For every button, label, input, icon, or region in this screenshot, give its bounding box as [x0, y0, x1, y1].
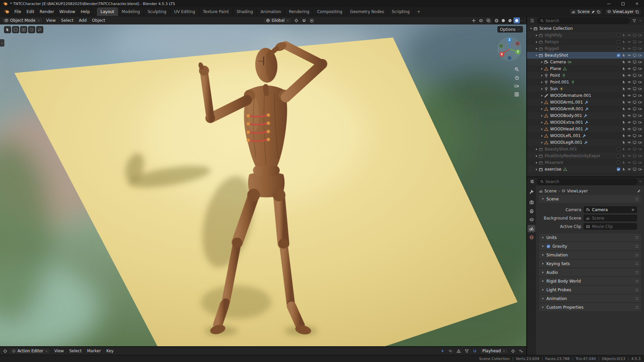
outliner-row[interactable]: WOODArmature.001 [527, 92, 644, 99]
viewport-disable-toggle-icon[interactable] [633, 33, 637, 37]
orientation-selector[interactable]: Global [263, 17, 292, 24]
viewport-menu-add[interactable]: Add [76, 17, 89, 24]
viewport-disable-toggle-icon[interactable] [633, 107, 637, 111]
viewport-disable-toggle-icon[interactable] [633, 60, 637, 64]
pivot-icon[interactable] [510, 348, 516, 354]
drag-handle-icon[interactable] [635, 262, 639, 265]
render-disable-toggle-icon[interactable] [638, 80, 642, 84]
only-selected-toggle[interactable] [440, 348, 446, 354]
dopesheet-menu-view[interactable]: View [52, 347, 66, 355]
menu-edit[interactable]: Edit [24, 8, 37, 15]
shading-rendered-button[interactable] [514, 17, 520, 23]
properties-tab-world[interactable] [528, 234, 535, 241]
render-disable-toggle-icon[interactable] [638, 40, 642, 44]
expand-toggle-icon[interactable] [534, 148, 538, 151]
selectable-toggle-icon[interactable] [622, 120, 626, 124]
scene-selector[interactable]: Scene [569, 9, 603, 15]
snap-toggle[interactable] [472, 348, 478, 354]
expand-toggle-icon[interactable] [540, 114, 544, 117]
hide-toggle-icon[interactable] [627, 120, 631, 124]
outliner-row[interactable]: WOODArmL.001 [527, 99, 644, 106]
snap-toggle[interactable] [301, 18, 307, 23]
expand-toggle-icon[interactable] [540, 141, 544, 144]
selectable-toggle-icon[interactable] [622, 161, 626, 165]
render-disable-toggle-icon[interactable] [638, 161, 642, 165]
breadcrumb-scene[interactable]: Scene [539, 189, 557, 193]
outliner-row[interactable]: FinalOnlyMeshesUnityExpor [527, 153, 644, 159]
render-disable-toggle-icon[interactable] [638, 47, 642, 51]
new-viewlayer-icon[interactable] [635, 10, 639, 14]
viewport-disable-toggle-icon[interactable] [633, 100, 637, 104]
chevron-down-icon[interactable] [520, 19, 523, 22]
selectable-toggle-icon[interactable] [622, 73, 626, 77]
viewlayer-checkbox[interactable] [616, 147, 621, 151]
tool-select-lasso-button[interactable] [36, 26, 43, 33]
dopesheet-mode-selector[interactable]: Action Editor [9, 348, 51, 354]
show-gizmo-button[interactable] [471, 18, 477, 23]
hide-toggle-icon[interactable] [627, 87, 631, 91]
render-disable-toggle-icon[interactable] [638, 100, 642, 104]
viewport-disable-toggle-icon[interactable] [633, 67, 637, 71]
pin-icon[interactable] [637, 189, 641, 193]
workspace-tab-rendering[interactable]: Rendering [285, 7, 313, 16]
panel-animation[interactable]: Animation [539, 295, 641, 302]
expand-toggle-icon[interactable] [540, 128, 544, 131]
breadcrumb-viewlayer[interactable]: ViewLayer [561, 189, 588, 193]
properties-tab-viewlayer[interactable] [528, 216, 535, 224]
drag-handle-icon[interactable] [635, 297, 639, 300]
expand-toggle-icon[interactable] [540, 61, 544, 64]
viewport-disable-toggle-icon[interactable] [633, 154, 637, 158]
dopesheet-menu-select[interactable]: Select [66, 347, 84, 355]
ghost-frames-icon[interactable] [447, 348, 454, 354]
properties-tab-output[interactable] [528, 207, 535, 215]
menu-window[interactable]: Window [57, 8, 78, 15]
render-disable-toggle-icon[interactable] [638, 87, 642, 91]
menu-help[interactable]: Help [78, 8, 92, 15]
dopesheet-menu-marker[interactable]: Marker [84, 347, 103, 355]
workspace-tab-compositing[interactable]: Compositing [313, 7, 346, 16]
hide-toggle-icon[interactable] [627, 73, 631, 77]
viewport-disable-toggle-icon[interactable] [633, 87, 637, 91]
viewlayer-selector[interactable]: ViewLayer [605, 9, 641, 15]
selectable-toggle-icon[interactable] [622, 80, 626, 84]
viewport-options-button[interactable]: Options [497, 26, 523, 33]
outliner-row[interactable]: Camera [527, 59, 644, 65]
outliner-row[interactable]: HighPoly [527, 32, 644, 39]
render-disable-toggle-icon[interactable] [638, 120, 642, 124]
outliner-row[interactable]: Scene Collection [527, 25, 644, 32]
hide-toggle-icon[interactable] [627, 127, 631, 131]
viewport-disable-toggle-icon[interactable] [633, 167, 637, 171]
editor-type-dopesheet-button[interactable] [2, 348, 8, 354]
hide-toggle-icon[interactable] [627, 161, 631, 165]
workspace-tab-texture-paint[interactable]: Texture Paint [199, 7, 233, 16]
expand-toggle-icon[interactable] [534, 155, 538, 158]
hide-toggle-icon[interactable] [627, 140, 631, 144]
outliner-search-input[interactable] [545, 18, 627, 23]
drag-handle-icon[interactable] [635, 306, 639, 309]
workspace-tab-sculpting[interactable]: Sculpting [144, 7, 170, 16]
navigation-gizmo[interactable]: Z X Y [497, 36, 522, 62]
hide-toggle-icon[interactable] [627, 33, 631, 37]
hide-toggle-icon[interactable] [627, 80, 631, 84]
viewport-disable-toggle-icon[interactable] [633, 127, 637, 131]
selectable-toggle-icon[interactable] [622, 134, 626, 138]
panel-light-probes[interactable]: Light Probes [539, 286, 641, 294]
menu-render[interactable]: Render [37, 8, 57, 15]
properties-tab-tool[interactable] [528, 188, 535, 195]
outliner-row[interactable]: MixamoV [527, 159, 644, 166]
render-disable-toggle-icon[interactable] [638, 53, 642, 57]
viewlayer-checkbox[interactable] [616, 40, 621, 44]
properties-tab-render[interactable] [528, 199, 535, 206]
selectable-toggle-icon[interactable] [622, 140, 626, 144]
proportional-editing-toggle[interactable] [309, 18, 315, 23]
workspace-tab-animation[interactable]: Animation [257, 7, 285, 16]
snap-mode-selector[interactable]: Playhead [480, 348, 508, 354]
drag-handle-icon[interactable] [635, 253, 639, 257]
selectable-toggle-icon[interactable] [622, 47, 626, 51]
properties-tab-scene[interactable] [528, 225, 535, 232]
panel-simulation[interactable]: Simulation [539, 251, 641, 259]
hide-toggle-icon[interactable] [627, 67, 631, 71]
outliner-filter-button[interactable] [631, 18, 637, 23]
viewlayer-checkbox[interactable] [616, 154, 621, 158]
panel-custom-properties[interactable]: Custom Properties [539, 303, 641, 311]
